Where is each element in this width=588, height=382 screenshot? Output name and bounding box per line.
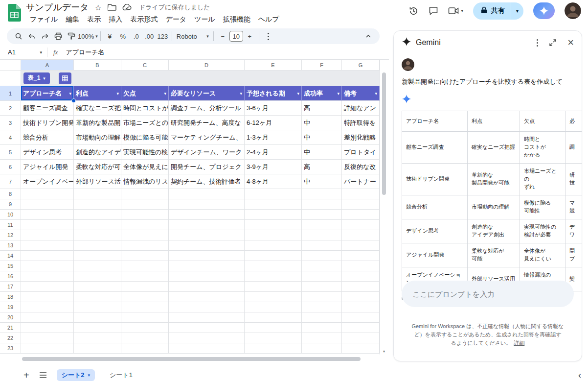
cell[interactable] [21, 333, 74, 343]
row-header-15[interactable]: 15 [0, 261, 21, 271]
cell[interactable] [74, 251, 121, 261]
row-header-5[interactable]: 5 [0, 145, 21, 160]
cell[interactable] [245, 271, 302, 282]
cell[interactable] [21, 230, 74, 240]
paint-format-icon[interactable] [65, 30, 78, 43]
row-header-22[interactable]: 22 [0, 333, 21, 343]
cell[interactable] [121, 292, 169, 302]
cell[interactable] [21, 282, 74, 292]
cell[interactable] [169, 292, 245, 302]
cell[interactable]: 1-3ヶ月 [245, 130, 302, 145]
cell[interactable] [245, 199, 302, 210]
chevron-down-icon[interactable]: ▾ [43, 76, 45, 81]
row-header-2[interactable]: 2 [0, 101, 21, 116]
row-header-19[interactable]: 19 [0, 302, 21, 312]
cell[interactable] [121, 251, 169, 261]
cell[interactable]: マーケティングチーム、 [169, 130, 245, 145]
table-header-cell[interactable]: 備考▾ [342, 86, 380, 101]
cell[interactable] [21, 261, 74, 271]
cell[interactable] [74, 323, 121, 333]
row-header-1[interactable]: 1 [0, 86, 21, 101]
table-header-cell[interactable]: 成功率▾ [302, 86, 342, 101]
cell[interactable] [121, 323, 169, 333]
cell[interactable]: 契約チーム、技術評価者 [169, 174, 245, 189]
column-header-a[interactable]: A [21, 60, 74, 71]
cell[interactable] [342, 333, 380, 343]
cell[interactable]: アジャイル開発 [21, 160, 74, 174]
cell[interactable] [169, 312, 245, 323]
column-header-g[interactable]: G [342, 60, 380, 71]
row-header-11[interactable]: 11 [0, 220, 21, 230]
cell[interactable] [169, 261, 245, 271]
cell[interactable] [21, 323, 74, 333]
cell[interactable] [169, 220, 245, 230]
cell[interactable] [302, 251, 342, 261]
cell[interactable] [121, 230, 169, 240]
table-header-cell[interactable]: 欠点▾ [121, 86, 169, 101]
cell[interactable] [245, 302, 302, 312]
cell[interactable] [342, 343, 380, 354]
row-header-21[interactable]: 21 [0, 323, 21, 333]
row-header-7[interactable]: 7 [0, 174, 21, 189]
add-sheet-icon[interactable]: + [23, 370, 29, 381]
cell[interactable] [21, 220, 74, 230]
row-header-13[interactable]: 13 [0, 240, 21, 251]
table-header-cell[interactable]: 利点▾ [74, 86, 121, 101]
undo-icon[interactable] [25, 30, 38, 43]
cell[interactable] [21, 240, 74, 251]
row-header-12[interactable]: 12 [0, 230, 21, 240]
cell[interactable] [74, 282, 121, 292]
cell[interactable] [21, 189, 74, 199]
sheets-logo-icon[interactable] [8, 4, 21, 22]
menu-format[interactable]: 表示形式 [126, 14, 161, 25]
more-options-icon[interactable] [537, 42, 538, 44]
cell[interactable] [245, 282, 302, 292]
cell[interactable] [121, 343, 169, 354]
cell[interactable] [169, 302, 245, 312]
table-header-cell[interactable]: 必要なリソース▾ [169, 86, 245, 101]
cell[interactable]: 実現可能性の検 [121, 145, 169, 160]
cell[interactable] [74, 199, 121, 210]
cell[interactable]: プロトタイ [342, 145, 380, 160]
cell[interactable] [74, 189, 121, 199]
menu-file[interactable]: ファイル [26, 14, 62, 25]
cell[interactable] [74, 230, 121, 240]
decrease-decimal-button[interactable]: .0 [130, 30, 143, 43]
cell[interactable] [21, 199, 74, 210]
scroll-down-icon[interactable]: ▾ [380, 349, 388, 354]
cell[interactable] [245, 240, 302, 251]
cell[interactable] [342, 312, 380, 323]
chevron-down-icon[interactable]: ▾ [461, 8, 463, 13]
cell[interactable] [245, 261, 302, 271]
cell[interactable] [169, 199, 245, 210]
cell[interactable] [342, 251, 380, 261]
filter-chevron-icon[interactable]: ▾ [164, 91, 166, 96]
cell[interactable]: 4-8ヶ月 [245, 174, 302, 189]
cell[interactable] [169, 251, 245, 261]
cell[interactable] [74, 271, 121, 282]
cell[interactable]: 情報漏洩のリス [121, 174, 169, 189]
cell[interactable]: デザイン思考 [21, 145, 74, 160]
cell[interactable] [245, 189, 302, 199]
number-format-button[interactable]: 123 [156, 30, 169, 43]
cell[interactable] [169, 343, 245, 354]
increase-decimal-button[interactable]: .00 [143, 30, 156, 43]
cell[interactable] [169, 323, 245, 333]
row-header-8[interactable]: 8 [0, 189, 21, 199]
menu-data[interactable]: データ [161, 14, 190, 25]
cell[interactable] [169, 210, 245, 220]
filter-chevron-icon[interactable]: ▾ [116, 91, 119, 96]
horizontal-scrollbar-thumb[interactable] [22, 357, 361, 361]
cell[interactable]: 全体像が見えに [121, 160, 169, 174]
cell[interactable]: 確実なニーズ把 [74, 101, 121, 116]
decrease-font-size-button[interactable]: − [216, 30, 229, 43]
filter-chevron-icon[interactable]: ▾ [240, 91, 242, 96]
cell[interactable] [21, 302, 74, 312]
cell[interactable] [342, 189, 380, 199]
row-header-17[interactable]: 17 [0, 282, 21, 292]
cell[interactable] [245, 333, 302, 343]
cell[interactable]: パートナー [342, 174, 380, 189]
formula-input[interactable]: アプローチ名 [66, 48, 104, 57]
cell[interactable] [121, 282, 169, 292]
cell[interactable] [245, 343, 302, 354]
